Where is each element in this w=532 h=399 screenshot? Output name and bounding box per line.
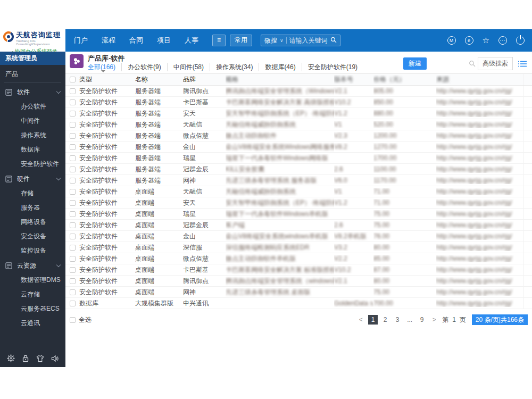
search-scope-label[interactable]: 微搜 xyxy=(264,36,277,45)
select-all-checkbox[interactable] xyxy=(70,317,76,323)
new-button[interactable]: 新建 xyxy=(403,57,427,70)
blurred-link[interactable]: http://www.qyrjg.gov.cn/rjg/ xyxy=(436,210,512,218)
sidebar-item-操作系统[interactable]: 操作系统 xyxy=(0,128,65,143)
lock-icon[interactable] xyxy=(22,354,29,362)
sidebar-item-安全防护软件[interactable]: 安全防护软件 xyxy=(0,157,65,171)
blurred-link[interactable]: http://www.qyrjg.gov.cn/rjg/ xyxy=(436,300,512,307)
row-checkbox[interactable] xyxy=(70,211,76,217)
blurred-link[interactable]: http://www.qyrjg.gov.cn/rjg/ xyxy=(436,199,512,206)
sidebar-group-云资源[interactable]: 云资源 xyxy=(0,258,65,273)
tab-安全防护软件(19)[interactable]: 安全防护软件(19) xyxy=(302,63,363,71)
row-checkbox[interactable] xyxy=(70,200,76,206)
row-checkbox[interactable] xyxy=(70,301,76,306)
pinned-menu-button[interactable]: 常用 xyxy=(230,35,252,46)
row-checkbox[interactable] xyxy=(70,256,76,262)
sidebar-item-监控设备[interactable]: 监控设备 xyxy=(0,244,65,258)
m-badge-icon[interactable]: M xyxy=(447,36,456,45)
row-checkbox[interactable] xyxy=(70,133,76,139)
prev-page-button[interactable]: < xyxy=(356,315,365,325)
blurred-link[interactable]: http://www.qyrjg.gov.cn/rjg/ xyxy=(436,143,512,151)
table-row[interactable]: 数据库大规模集群版中兴通讯GoldenData s...700.00http:/… xyxy=(65,298,532,309)
row-checkbox[interactable] xyxy=(70,155,76,161)
sidebar-item-存储[interactable]: 存储 xyxy=(0,186,65,201)
row-checkbox[interactable] xyxy=(70,167,76,172)
more-circle-icon[interactable]: ··· xyxy=(498,36,507,45)
blurred-link[interactable]: http://www.qyrjg.gov.cn/rjg/ xyxy=(436,110,512,117)
table-row[interactable]: 安全防护软件桌面端天融信天融信终端威胁防御系统V171.00http://www… xyxy=(65,186,532,197)
tab-办公软件(9)[interactable]: 办公软件(9) xyxy=(121,63,167,71)
header-checkbox[interactable] xyxy=(70,77,76,82)
nav-item-流程[interactable]: 流程 xyxy=(102,36,115,45)
table-row[interactable]: 安全防护软件桌面端深信服深信服终端检测响应系统EDRV3.280.00http:… xyxy=(65,242,532,253)
row-checkbox[interactable] xyxy=(70,111,76,117)
row-checkbox[interactable] xyxy=(70,267,76,273)
table-row[interactable]: 安全防护软件服务器端网神先进三级杀毒管理系统 服务器版V6.01170.00ht… xyxy=(65,175,532,186)
tab-操作系统(34)[interactable]: 操作系统(34) xyxy=(210,63,259,71)
sidebar-group-软件[interactable]: 软件 xyxy=(0,85,65,99)
sidebar-item-安全设备[interactable]: 安全设备 xyxy=(0,229,65,244)
sidebar-item-数据库[interactable]: 数据库 xyxy=(0,143,65,157)
row-checkbox[interactable] xyxy=(70,122,76,128)
blurred-link[interactable]: http://www.qyrjg.gov.cn/rjg/ xyxy=(436,277,512,285)
tab-全部(166)[interactable]: 全部(166) xyxy=(88,63,121,71)
select-all-control[interactable]: 全选 xyxy=(70,315,92,325)
nav-item-门户[interactable]: 门户 xyxy=(74,36,88,45)
power-icon[interactable] xyxy=(516,36,525,45)
table-row[interactable]: 安全防护软件桌面端卡巴斯基卡巴斯基网络安全解决方案 标准版授权许可 V10...… xyxy=(65,264,532,276)
table-row[interactable]: 安全防护软件桌面端网神先进三级杀毒管理系统 桌面版75.00http://www… xyxy=(65,287,532,298)
page-button-2[interactable]: 2 xyxy=(380,315,390,325)
blurred-link[interactable]: http://www.qyrjg.gov.cn/rjg/ xyxy=(436,98,512,106)
row-checkbox[interactable] xyxy=(70,278,76,284)
nav-item-人事[interactable]: 人事 xyxy=(185,36,198,45)
theme-icon[interactable] xyxy=(36,355,44,362)
sidebar-item-云通讯[interactable]: 云通讯 xyxy=(0,316,65,330)
blurred-link[interactable]: http://www.qyrjg.gov.cn/rjg/ xyxy=(436,255,512,262)
blurred-link[interactable]: http://www.qyrjg.gov.cn/rjg/ xyxy=(436,165,512,173)
hamburger-menu-button[interactable]: ≡ xyxy=(212,35,226,46)
table-row[interactable]: 安全防护软件服务器端冠群金辰KILL安全胶囊2.61100.00http://w… xyxy=(65,164,532,175)
page-button-9[interactable]: 9 xyxy=(417,315,427,325)
row-checkbox[interactable] xyxy=(70,88,76,94)
sidebar-item-办公软件[interactable]: 办公软件 xyxy=(0,99,65,114)
advanced-search-button[interactable]: 高级搜索 xyxy=(478,57,513,70)
row-checkbox[interactable] xyxy=(70,99,76,105)
blurred-link[interactable]: http://www.qyrjg.gov.cn/rjg/ xyxy=(436,244,512,251)
table-row[interactable]: 安全防护软件服务器端安天安天智甲终端防御系统（EP）·终端防御套装V1.2880… xyxy=(65,108,532,119)
row-checkbox[interactable] xyxy=(70,222,76,228)
blurred-link[interactable]: http://www.qyrjg.gov.cn/rjg/ xyxy=(436,132,512,139)
row-checkbox[interactable] xyxy=(70,189,76,195)
sound-icon[interactable] xyxy=(51,355,59,362)
search-input[interactable]: 请输入关键词搜索 xyxy=(289,36,328,45)
page-button-...[interactable]: ... xyxy=(405,315,414,325)
blurred-link[interactable]: http://www.qyrjg.gov.cn/rjg/ xyxy=(436,221,512,229)
table-row[interactable]: 安全防护软件服务器端微点佰慧微点主动防御软件V2.31200.00http://… xyxy=(65,130,532,142)
list-view-icon[interactable] xyxy=(518,60,527,68)
blurred-link[interactable]: http://www.qyrjg.gov.cn/rjg/ xyxy=(436,266,512,273)
global-search[interactable]: 微搜 ∨ 请输入关键词搜索 xyxy=(261,35,340,46)
row-checkbox[interactable] xyxy=(70,234,76,239)
blurred-link[interactable]: http://www.qyrjg.gov.cn/rjg/ xyxy=(436,87,512,95)
blurred-link[interactable]: http://www.qyrjg.gov.cn/rjg/ xyxy=(436,188,512,195)
sidebar-item-云存储[interactable]: 云存储 xyxy=(0,287,65,302)
table-row[interactable]: 安全防护软件桌面端安天安天智甲终端防御系统（EP）·终端防御单机V1.271.0… xyxy=(65,197,532,209)
table-row[interactable]: 安全防护软件服务器端瑞星瑞星下一代杀毒软件Windows网络版1700.00ht… xyxy=(65,153,532,164)
jump-page-value[interactable]: 1 xyxy=(452,316,456,323)
table-row[interactable]: 安全防护软件服务器端卡巴斯基卡巴斯基网络安全解决方案 高级版授权许可 网络...… xyxy=(65,97,532,108)
sidebar-item-网络设备[interactable]: 网络设备 xyxy=(0,215,65,229)
sidebar-item-数据管理DMS[interactable]: 数据管理DMS xyxy=(0,273,65,287)
sidebar-item-服务器[interactable]: 服务器 xyxy=(0,201,65,215)
table-row[interactable]: 安全防护软件服务器端天融信天融信终端威胁防御系统V1520.00http://w… xyxy=(65,119,532,130)
tab-中间件(58)[interactable]: 中间件(58) xyxy=(167,63,210,71)
table-row[interactable]: 安全防护软件服务器端腾讯御点腾讯御点终端安全管理系统（Windows版）V2.1… xyxy=(65,86,532,97)
tab-数据库(46)[interactable]: 数据库(46) xyxy=(259,63,301,71)
table-search-input[interactable] xyxy=(432,58,478,69)
current-role-bar[interactable]: 系统管理员 xyxy=(0,52,65,65)
table-row[interactable]: 安全防护软件桌面端腾讯御点腾讯御点终端安全管理系统（windows版）V2.1V… xyxy=(65,276,532,287)
table-row[interactable]: 安全防护软件桌面端瑞星瑞星下一代杀毒软件Windows单机版75.00http:… xyxy=(65,209,532,220)
sidebar-group-硬件[interactable]: 硬件 xyxy=(0,171,65,186)
blurred-link[interactable]: http://www.qyrjg.gov.cn/rjg/ xyxy=(436,232,512,240)
blurred-link[interactable]: http://www.qyrjg.gov.cn/rjg/ xyxy=(436,288,512,296)
table-row[interactable]: 安全防护软件桌面端冠群金辰客户端2.675.00http://www.qyrjg… xyxy=(65,220,532,231)
blurred-link[interactable]: http://www.qyrjg.gov.cn/rjg/ xyxy=(436,154,512,162)
blurred-link[interactable]: http://www.qyrjg.gov.cn/rjg/ xyxy=(436,177,512,184)
